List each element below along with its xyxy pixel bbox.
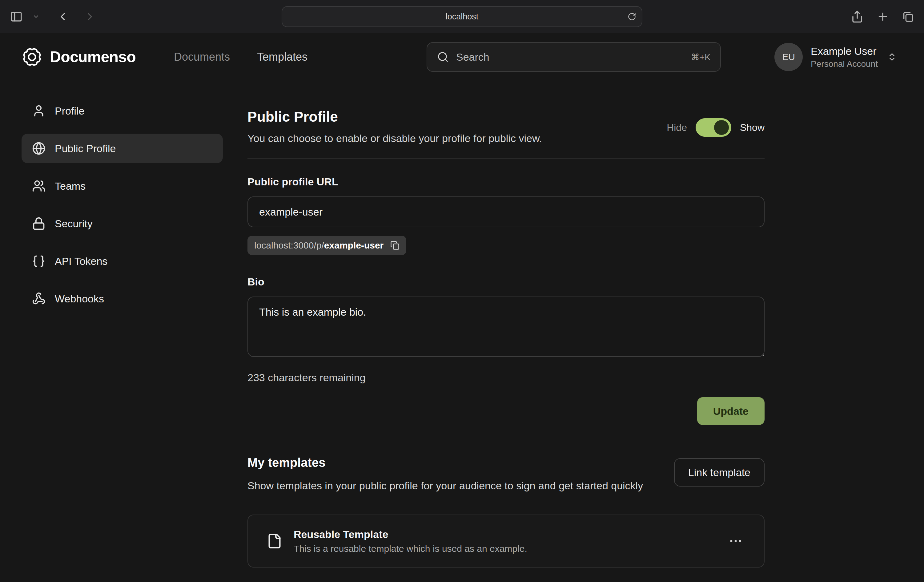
- user-account-type: Personal Account: [811, 59, 878, 69]
- sidebar-item-label: Security: [55, 218, 92, 230]
- profile-url-input[interactable]: [248, 197, 764, 227]
- share-icon[interactable]: [850, 9, 865, 24]
- forward-icon[interactable]: [82, 9, 97, 24]
- template-list-item: Reusable Template This is a reusable tem…: [248, 514, 764, 567]
- page-subtitle: You can choose to enable or disable your…: [248, 132, 542, 144]
- sidebar-item-profile[interactable]: Profile: [21, 96, 223, 126]
- address-bar[interactable]: localhost: [282, 6, 642, 27]
- page-head-text: Public Profile You can choose to enable …: [248, 108, 542, 144]
- bio-textarea[interactable]: This is an example bio.: [248, 296, 764, 357]
- url-preview-text: localhost:3000/p/example-user: [254, 240, 383, 251]
- chevron-down-icon[interactable]: [31, 12, 41, 21]
- search-input[interactable]: [456, 51, 684, 63]
- documenso-brand[interactable]: Documenso: [21, 46, 136, 68]
- templates-head-text: My templates Show templates in your publ…: [248, 456, 643, 494]
- sidebar-item-public-profile[interactable]: Public Profile: [21, 134, 223, 163]
- link-template-button[interactable]: Link template: [674, 458, 764, 486]
- globe-icon: [32, 142, 46, 155]
- sidebar-item-label: Teams: [55, 180, 86, 192]
- nav-templates[interactable]: Templates: [257, 51, 307, 63]
- sidebar-item-webhooks[interactable]: Webhooks: [21, 284, 223, 314]
- user-menu[interactable]: EU Example User Personal Account: [774, 43, 897, 71]
- ellipsis-icon[interactable]: [726, 531, 746, 551]
- lock-icon: [32, 217, 46, 230]
- profile-visibility-control: Hide Show: [667, 118, 764, 137]
- sidebar-item-label: Webhooks: [55, 293, 104, 305]
- my-templates-description: Show templates in your public profile fo…: [248, 478, 643, 494]
- public-profile-panel: Public Profile You can choose to enable …: [248, 96, 764, 567]
- sidebar-item-label: Public Profile: [55, 142, 116, 155]
- bio-label: Bio: [248, 276, 764, 288]
- profile-url-preview-chip[interactable]: localhost:3000/p/example-user: [248, 236, 406, 255]
- page-title: Public Profile: [248, 108, 542, 125]
- template-name: Reusable Template: [294, 528, 527, 541]
- my-templates-title: My templates: [248, 456, 643, 470]
- address-bar-url: localhost: [446, 12, 478, 21]
- reload-icon[interactable]: [628, 12, 636, 21]
- webhook-icon: [32, 292, 46, 306]
- sidebar-toggle-icon[interactable]: [8, 9, 24, 24]
- profile-url-label: Public profile URL: [248, 176, 764, 188]
- search-shortcut-hint: ⌘+K: [691, 52, 710, 62]
- browser-nav-controls: [8, 9, 97, 24]
- user-info: Example User Personal Account: [811, 45, 878, 69]
- browser-window: localhost Documenso Do: [0, 0, 924, 582]
- users-icon: [32, 179, 46, 193]
- copy-icon: [390, 241, 399, 250]
- section-divider: [248, 158, 764, 159]
- browser-actions: [850, 9, 916, 24]
- new-tab-plus-icon[interactable]: [875, 9, 890, 24]
- avatar: EU: [774, 43, 803, 71]
- file-icon: [267, 533, 282, 549]
- toggle-knob: [714, 120, 729, 135]
- user-name: Example User: [811, 45, 878, 57]
- chevrons-up-down-icon: [887, 52, 897, 62]
- user-icon: [32, 104, 46, 117]
- brand-name: Documenso: [50, 48, 136, 66]
- nav-documents[interactable]: Documents: [174, 51, 230, 63]
- app-header: Documenso Documents Templates ⌘+K EU Exa…: [0, 33, 924, 81]
- documenso-logo-icon: [21, 46, 43, 68]
- sidebar-item-teams[interactable]: Teams: [21, 171, 223, 201]
- sidebar-item-label: API Tokens: [55, 255, 107, 267]
- main-nav: Documents Templates: [174, 51, 307, 63]
- template-description: This is a reusable template which is use…: [294, 544, 527, 554]
- sidebar-item-label: Profile: [55, 105, 84, 117]
- characters-remaining: 233 characters remaining: [248, 372, 764, 384]
- settings-sidebar: Profile Public Profile Teams Security: [21, 96, 223, 567]
- tab-overview-icon[interactable]: [901, 9, 916, 24]
- braces-icon: [32, 255, 46, 268]
- show-label: Show: [740, 122, 764, 133]
- search-icon: [437, 51, 449, 63]
- back-icon[interactable]: [55, 9, 70, 24]
- settings-page: Profile Public Profile Teams Security: [0, 81, 924, 567]
- sidebar-item-security[interactable]: Security: [21, 209, 223, 238]
- sidebar-item-api-tokens[interactable]: API Tokens: [21, 246, 223, 276]
- visibility-toggle[interactable]: [696, 118, 731, 137]
- search-box[interactable]: ⌘+K: [427, 42, 721, 72]
- browser-toolbar: localhost: [0, 0, 924, 33]
- hide-label: Hide: [667, 122, 687, 133]
- update-button[interactable]: Update: [697, 397, 764, 425]
- template-info: Reusable Template This is a reusable tem…: [294, 528, 527, 554]
